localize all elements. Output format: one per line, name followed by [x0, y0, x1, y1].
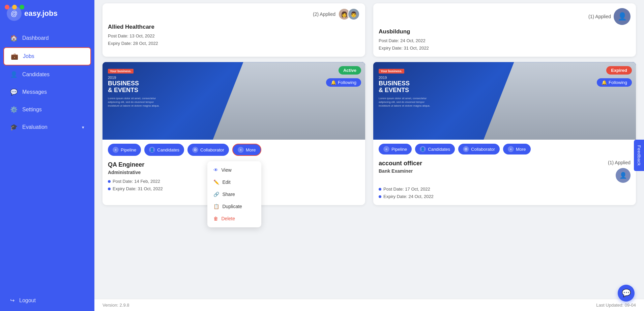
account-poster-text: Your business. 2019 BUSINESS & EVENTS Lo…: [379, 67, 433, 108]
evaluation-icon: 🎓: [10, 123, 18, 131]
top-cards-row: (2) Applied 👩 👨 Allied Healthcare Post D…: [103, 0, 636, 57]
qa-more-button[interactable]: + More: [232, 144, 261, 156]
poster-body: Lorem ipsum dolor sit amet, consectetur …: [108, 96, 162, 108]
account-collaborator-button[interactable]: ⚙ Collaborator: [458, 144, 500, 154]
collab-icon: ⚙: [192, 147, 198, 153]
chat-fab-button[interactable]: 💬: [618, 285, 635, 302]
account-job-meta: Post Date: 17 Oct, 2022 Expiry Date: 24 …: [379, 186, 631, 200]
more-plus-icon: +: [238, 147, 244, 153]
top-card-ausbildung: (1) Applied 👤 Ausbildung Post Date: 24 O…: [373, 3, 636, 57]
person-icon: 👤: [149, 147, 155, 153]
logout-button[interactable]: ↪ Logout: [3, 292, 91, 308]
account-applied-count: (1) Applied: [608, 160, 631, 165]
account-job-title: account officer: [379, 160, 422, 167]
app-name: easy.jobs: [24, 9, 58, 18]
account-job-info: account officer Bank Examiner (1) Applie…: [373, 159, 636, 205]
close-window-button[interactable]: [5, 5, 9, 9]
account-candidates-button[interactable]: 👤 Candidates: [415, 144, 455, 154]
qa-dropdown-menu: 👁 View ✏️ Edit 🔗 Share: [207, 161, 261, 227]
qa-status-badge: Active: [339, 66, 361, 75]
account-avatar: 👤: [616, 168, 631, 183]
person-icon-2: 👤: [420, 146, 426, 152]
allied-applied-count: (2) Applied: [313, 11, 335, 17]
avatar-2: 👨: [348, 8, 360, 20]
sidebar-item-dashboard[interactable]: 🏠 Dashboard: [3, 30, 91, 47]
logout-icon: ↪: [10, 297, 14, 304]
footer-bar: Version: 2.9.8 Last Updated: 09-04: [94, 299, 644, 311]
home-icon: 🏠: [10, 34, 18, 42]
job-card-qa-engineer: Your business. 2019 BUSINESS & EVENTS Lo…: [103, 62, 365, 205]
sidebar: @ easy.jobs 🏠 Dashboard 💼 Jobs 👤 Candida…: [0, 0, 94, 311]
main-content: (2) Applied 👩 👨 Allied Healthcare Post D…: [94, 0, 644, 299]
duplicate-icon: 📋: [213, 204, 219, 209]
sidebar-item-evaluation[interactable]: 🎓 Evaluation ▾: [3, 119, 91, 136]
top-card-ausbildung-header: (1) Applied 👤: [379, 8, 631, 25]
sidebar-nav: 🏠 Dashboard 💼 Jobs 👤 Candidates 💬 Messag…: [0, 26, 94, 290]
dropdown-edit-item[interactable]: ✏️ Edit: [207, 176, 261, 188]
candidates-icon: 👤: [10, 71, 18, 78]
plus-icon: +: [113, 147, 119, 153]
bell-icon-2: 🔔: [602, 80, 607, 85]
sidebar-item-evaluation-label: Evaluation: [22, 124, 48, 130]
share-icon: 🔗: [213, 192, 219, 197]
qa-card-actions: + Pipeline 👤 Candidates ⚙ Collaborator +: [103, 140, 365, 160]
qa-card-image: Your business. 2019 BUSINESS & EVENTS Lo…: [103, 62, 365, 140]
top-card-allied: (2) Applied 👩 👨 Allied Healthcare Post D…: [103, 3, 365, 57]
account-poster-title: BUSINESS & EVENTS: [379, 80, 433, 94]
qa-poster-text: Your business. 2019 BUSINESS & EVENTS Lo…: [108, 67, 162, 108]
sidebar-item-dashboard-label: Dashboard: [22, 35, 49, 41]
window-controls: [5, 5, 24, 9]
edit-icon: ✏️: [213, 179, 219, 185]
sidebar-item-jobs[interactable]: 💼 Jobs: [3, 47, 91, 65]
account-following-badge: 🔔 Following: [597, 78, 632, 87]
qa-following-badge: 🔔 Following: [326, 78, 361, 87]
account-job-subtitle: Bank Examiner: [379, 168, 422, 174]
ausbildung-applied-count: (1) Applied: [588, 14, 611, 19]
dropdown-view-item[interactable]: 👁 View: [207, 164, 261, 176]
poster-title: BUSINESS & EVENTS: [108, 80, 162, 94]
account-pipeline-button[interactable]: + Pipeline: [379, 144, 412, 154]
eye-icon: 👁: [213, 167, 218, 173]
bell-icon: 🔔: [331, 80, 336, 85]
qa-more-container: + More 👁 View ✏️ Edit: [232, 144, 261, 156]
ausbildung-meta: Post Date: 24 Oct, 2022 Expiry Date: 31 …: [379, 37, 631, 52]
poster-year: 2019: [108, 76, 162, 80]
sidebar-item-messages-label: Messages: [22, 89, 47, 95]
version-text: Version: 2.9.8: [103, 303, 129, 308]
account-more-button[interactable]: + More: [503, 144, 531, 154]
messages-icon: 💬: [10, 88, 18, 96]
job-card-account-officer: Your business. 2019 BUSINESS & EVENTS Lo…: [373, 62, 636, 205]
sidebar-item-candidates-label: Candidates: [22, 72, 50, 78]
maximize-window-button[interactable]: [20, 5, 24, 9]
account-card-actions: + Pipeline 👤 Candidates ⚙ Collaborator +…: [373, 140, 636, 159]
dropdown-duplicate-item[interactable]: 📋 Duplicate: [207, 200, 261, 213]
qa-collaborator-button[interactable]: ⚙ Collaborator: [187, 144, 229, 156]
account-poster-brand: Your business.: [379, 69, 404, 74]
qa-poster-bg: Your business. 2019 BUSINESS & EVENTS Lo…: [103, 62, 365, 140]
account-card-image: Your business. 2019 BUSINESS & EVENTS Lo…: [373, 62, 636, 140]
minimize-window-button[interactable]: [12, 5, 17, 9]
sidebar-item-messages[interactable]: 💬 Messages: [3, 84, 91, 101]
more-plus-icon-2: +: [508, 146, 514, 152]
logout-label: Logout: [19, 298, 36, 304]
jobs-grid: Your business. 2019 BUSINESS & EVENTS Lo…: [103, 57, 636, 205]
gear-icon: ⚙️: [10, 106, 18, 113]
collab-icon-2: ⚙: [463, 146, 469, 152]
feedback-tab[interactable]: Feedback: [634, 140, 644, 171]
sidebar-item-settings[interactable]: ⚙️ Settings: [3, 101, 91, 118]
briefcase-icon: 💼: [11, 53, 18, 60]
trash-icon: 🗑: [213, 216, 218, 221]
dropdown-share-item[interactable]: 🔗 Share: [207, 188, 261, 200]
qa-candidates-button[interactable]: 👤 Candidates: [144, 144, 184, 156]
account-poster-body: Lorem ipsum dolor sit amet, consectetur …: [379, 96, 433, 108]
poster-brand: Your business.: [108, 69, 134, 74]
allied-avatars: 👩 👨: [338, 8, 360, 20]
sidebar-item-candidates[interactable]: 👤 Candidates: [3, 66, 91, 83]
qa-pipeline-button[interactable]: + Pipeline: [108, 144, 141, 156]
plus-icon-2: +: [383, 146, 389, 152]
account-status-badge: Expired: [606, 66, 632, 75]
sidebar-item-jobs-label: Jobs: [23, 53, 34, 59]
account-poster-year: 2019: [379, 76, 433, 80]
dropdown-delete-item[interactable]: 🗑 Delete: [207, 213, 261, 225]
logo-area: @ easy.jobs: [0, 0, 94, 26]
